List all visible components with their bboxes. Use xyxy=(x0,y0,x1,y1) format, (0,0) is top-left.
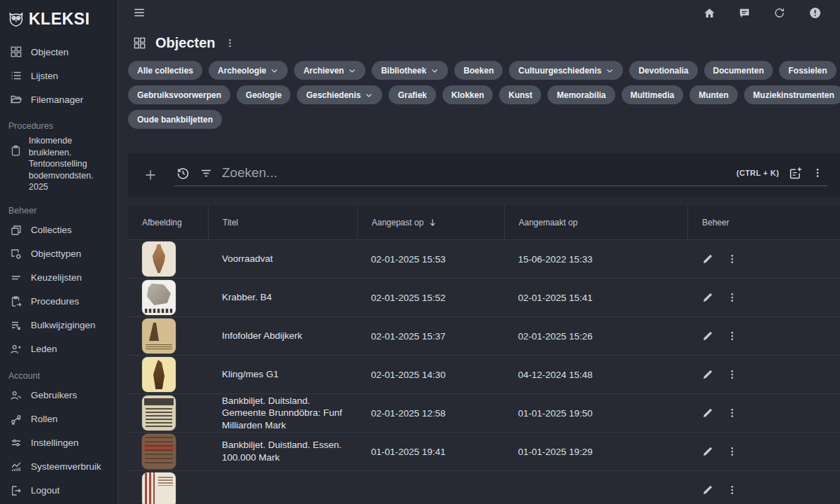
filter-chip[interactable]: Oude bankbiljetten xyxy=(128,110,222,129)
filter-chip-label: Kunst xyxy=(508,90,532,100)
banknote-striped-thumbnail[interactable] xyxy=(142,472,176,504)
row-menu-button[interactable] xyxy=(727,407,738,419)
search-menu-button[interactable] xyxy=(812,167,823,178)
column-header-beheer[interactable]: Beheer xyxy=(687,206,840,239)
sidebar-item-lijsten[interactable]: Lijsten xyxy=(0,64,115,88)
procedure-item-label: Inkomende bruiklenen. Tentoonstelling bo… xyxy=(29,135,110,193)
brand[interactable]: KLEKSI xyxy=(0,6,115,40)
filter-chip-label: Fossielen xyxy=(788,66,827,76)
thumbnail-cell xyxy=(128,472,208,504)
sidebar-item-objecten[interactable]: Objecten xyxy=(0,40,115,64)
filter-chip-label: Grafiek xyxy=(398,90,426,100)
column-header-aangemaakt-op[interactable]: Aangemaakt op xyxy=(504,206,687,239)
filter-icon[interactable] xyxy=(200,167,213,180)
row-menu-button[interactable] xyxy=(727,292,738,303)
search-history-icon[interactable] xyxy=(176,166,190,181)
edit-pencil-button[interactable] xyxy=(701,253,714,265)
logout-icon xyxy=(10,484,22,497)
blade-thumbnail[interactable] xyxy=(142,357,176,392)
row-menu-button[interactable] xyxy=(727,484,738,496)
edit-pencil-button[interactable] xyxy=(701,445,714,458)
edit-pencil-button[interactable] xyxy=(701,407,714,419)
home-button[interactable] xyxy=(704,7,715,19)
filter-chip[interactable]: Boeken xyxy=(454,61,503,80)
page-title: Objecten xyxy=(155,35,216,51)
page-menu-button[interactable] xyxy=(225,38,235,48)
filter-chip[interactable]: Bibliotheek xyxy=(372,61,448,80)
sidebar-item-filemanager[interactable]: Filemanager xyxy=(0,88,115,111)
sidebar-item-keuzelijsten[interactable]: Keuzelijsten xyxy=(0,266,115,290)
search-field[interactable]: (CTRL + K) xyxy=(174,164,827,186)
filter-chip[interactable]: Muziekinstrumenten xyxy=(744,85,840,104)
search-input[interactable] xyxy=(222,165,727,181)
table-row[interactable]: Krabber. B402-01-2025 15:5202-01-2025 15… xyxy=(128,278,840,316)
filter-chip-label: Archeologie xyxy=(218,66,266,76)
edit-pencil-button[interactable] xyxy=(701,291,714,304)
filter-chip[interactable]: Munten xyxy=(690,85,738,104)
filter-chip[interactable]: Gebruiksvoorwerpen xyxy=(128,85,230,104)
alert-circle-button[interactable] xyxy=(808,6,822,20)
filter-chip[interactable]: Geologie xyxy=(237,85,290,104)
filter-chip-label: Munten xyxy=(699,90,729,100)
edit-pencil-button[interactable] xyxy=(701,368,714,381)
row-actions xyxy=(687,253,840,265)
vase-thumbnail[interactable] xyxy=(142,241,176,276)
filter-chip-label: Bibliotheek xyxy=(381,66,426,76)
note-add-icon[interactable] xyxy=(788,166,803,181)
chat-button[interactable] xyxy=(738,7,750,19)
sidebar-item-collecties[interactable]: Collecties xyxy=(0,218,115,242)
list-icon xyxy=(10,69,22,82)
hamburger-menu-button[interactable] xyxy=(133,6,146,19)
edit-pencil-button[interactable] xyxy=(701,484,714,496)
sidebar-item-instellingen[interactable]: Instellingen xyxy=(0,431,115,455)
table-row[interactable]: Kling/mes G102-01-2025 14:3004-12-2024 1… xyxy=(128,355,840,393)
refresh-button[interactable] xyxy=(774,7,785,19)
filter-chip[interactable]: Devotionalia xyxy=(629,61,697,80)
column-header-aangepast-op[interactable]: Aangepast op xyxy=(357,206,504,239)
filter-chip[interactable]: Archeologie xyxy=(209,61,288,80)
filter-chip[interactable]: Fossielen xyxy=(779,61,836,80)
thumbnail-cell xyxy=(128,280,208,315)
person-add-icon xyxy=(10,343,22,356)
sidebar-item-rollen[interactable]: Rollen xyxy=(0,407,115,431)
filter-chip[interactable]: Multimedia xyxy=(622,85,684,104)
sidebar-item-procedure-tentoonstelling[interactable]: Inkomende bruiklenen. Tentoonstelling bo… xyxy=(0,134,115,196)
filter-chip[interactable]: Grafiek xyxy=(388,85,435,104)
filter-chip[interactable]: Klokken xyxy=(442,85,493,104)
table-row[interactable]: Bankbiljet. Duitsland. Gemeente Brunndöb… xyxy=(128,393,840,432)
leaflet-thumbnail[interactable] xyxy=(142,318,176,354)
sidebar-item-objecttypen[interactable]: Objecttypen xyxy=(0,242,115,266)
filter-chip[interactable]: Kunst xyxy=(499,85,541,104)
row-menu-button[interactable] xyxy=(727,446,738,457)
table-row[interactable]: Infofolder Abdijkerk02-01-2025 15:3702-0… xyxy=(128,316,840,355)
sidebar-item-systeemverbruik[interactable]: Systeemverbruik xyxy=(0,455,115,479)
edit-pencil-button[interactable] xyxy=(701,330,714,342)
row-menu-button[interactable] xyxy=(727,253,738,265)
column-header-afbeelding[interactable]: Afbeelding xyxy=(128,206,208,239)
filter-chip[interactable]: Documenten xyxy=(704,61,774,80)
add-object-button[interactable] xyxy=(144,168,158,182)
sidebar-item-label: Bulkwijzigingen xyxy=(31,320,95,330)
row-actions xyxy=(687,330,840,342)
filter-chip-label: Multimedia xyxy=(631,90,675,100)
banknote-beige-thumbnail[interactable] xyxy=(142,396,176,430)
table-row[interactable] xyxy=(128,470,840,504)
sidebar-item-leden[interactable]: Leden xyxy=(0,337,115,361)
sidebar-item-logout[interactable]: Logout xyxy=(0,479,115,503)
sidebar-item-gebruikers[interactable]: Gebruikers xyxy=(0,384,115,407)
filter-chip[interactable]: Cultuurgeschiedenis xyxy=(509,61,623,80)
row-menu-button[interactable] xyxy=(727,330,738,342)
filter-chip[interactable]: Alle collecties xyxy=(128,61,202,80)
row-menu-button[interactable] xyxy=(727,369,738,380)
column-header-titel[interactable]: Titel xyxy=(208,206,357,239)
sidebar-item-procedures[interactable]: Procedures xyxy=(0,290,115,314)
stone-thumbnail[interactable] xyxy=(142,280,176,315)
sidebar-item-label: Objecttypen xyxy=(31,248,81,259)
table-row[interactable]: Bankbiljet. Duistland. Essen. 100.000 Ma… xyxy=(128,432,840,470)
filter-chip[interactable]: Archieven xyxy=(294,61,365,80)
banknote-dark-thumbnail[interactable] xyxy=(142,434,176,469)
sidebar-item-bulkwijzigingen[interactable]: Bulkwijzigingen xyxy=(0,314,115,337)
table-row[interactable]: Voorraadvat02-01-2025 15:5315-06-2022 15… xyxy=(128,239,840,278)
filter-chip[interactable]: Memorabilia xyxy=(547,85,615,104)
filter-chip[interactable]: Geschiedenis xyxy=(297,85,382,104)
